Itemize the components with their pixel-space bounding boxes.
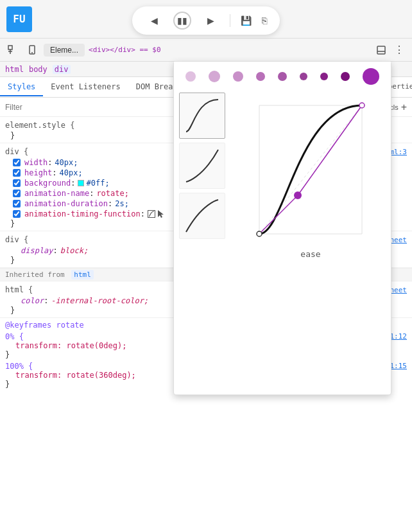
animation-name-checkbox[interactable] <box>13 190 21 197</box>
keyframe-0-source[interactable]: 1:12 <box>390 332 408 341</box>
keyframe-100pct: 100% { <box>5 362 33 371</box>
media-copy-button[interactable]: ⎘ <box>262 15 267 26</box>
main-curve-svg <box>246 93 375 247</box>
media-controls: ◀ ▮▮ ▶ 💾 ⎘ <box>132 6 280 35</box>
timing-main: ease <box>236 93 386 389</box>
svg-rect-12 <box>183 146 221 185</box>
animation-timing-colon: : <box>141 209 145 218</box>
cursor-icon <box>157 209 166 218</box>
animation-duration-prop: animation-duration <box>24 199 108 208</box>
height-checkbox[interactable] <box>13 169 21 177</box>
devtools-bar: Eleme... <div></div> == $0 ⋮ <box>0 39 412 62</box>
animation-name-colon: : <box>89 189 94 198</box>
preset-ease-out[interactable] <box>179 193 225 239</box>
inspect-button[interactable] <box>5 42 21 58</box>
keyframe-0pct: 0% { <box>5 332 24 341</box>
display-val: block; <box>60 246 88 255</box>
device-button[interactable] <box>24 42 40 58</box>
timing-ball-2 <box>209 71 220 82</box>
device-icon <box>27 45 37 55</box>
preset-ease-out-curve <box>183 197 221 235</box>
background-colon: : <box>71 179 75 188</box>
html-selector: html { <box>5 284 33 296</box>
tab-event-listeners[interactable]: Event Listeners <box>43 78 128 96</box>
tab-styles[interactable]: Styles <box>0 78 43 96</box>
timing-function-swatch[interactable] <box>148 210 155 218</box>
background-checkbox[interactable] <box>13 179 21 187</box>
keyframe-100-transform: transform: rotate(360deg); <box>15 371 136 380</box>
timing-ball-1 <box>185 71 196 82</box>
timing-balls-row <box>174 62 391 87</box>
width-checkbox[interactable] <box>13 159 21 166</box>
selected-code: <div></div> == $0 <box>89 46 370 54</box>
breadcrumb-body[interactable]: body <box>29 65 47 74</box>
svg-line-19 <box>259 195 298 234</box>
media-forward-button[interactable]: ▶ <box>202 12 219 30</box>
color-prop: color <box>21 296 44 305</box>
timing-ball-6 <box>300 73 307 80</box>
preset-ease-in-curve <box>183 146 221 185</box>
timing-ball-7 <box>320 73 328 80</box>
media-pause-button[interactable]: ▮▮ <box>173 12 191 30</box>
breadcrumb-div[interactable]: div <box>53 65 71 74</box>
more-button[interactable]: ⋮ <box>391 42 407 58</box>
inherited-tag[interactable]: html <box>71 270 94 279</box>
media-divider <box>230 14 230 27</box>
background-val: #0ff; <box>86 179 109 188</box>
svg-marker-10 <box>158 210 164 218</box>
background-prop: background <box>24 179 71 188</box>
keyframe-100-source[interactable]: 1:15 <box>390 362 408 370</box>
svg-point-4 <box>31 52 33 53</box>
animation-name-val: rotate; <box>96 189 129 198</box>
preset-ease-curve <box>183 96 221 135</box>
svg-rect-13 <box>183 197 221 235</box>
width-colon: : <box>47 158 52 167</box>
timing-function-popup: ease <box>173 61 391 395</box>
width-val: 40px; <box>55 158 78 167</box>
background-color-swatch[interactable] <box>78 180 84 186</box>
preset-ease-in[interactable] <box>179 143 225 189</box>
keyframe-0-transform: transform: rotate(0deg); <box>15 341 126 350</box>
dock-icon <box>376 45 386 55</box>
animation-duration-checkbox[interactable] <box>13 200 21 208</box>
timing-ball-3 <box>233 71 243 82</box>
animation-timing-prop: animation-timing-function <box>24 209 141 218</box>
inspect-icon <box>8 45 18 55</box>
svg-rect-0 <box>8 46 12 49</box>
timing-label: ease <box>300 249 320 259</box>
breadcrumb-html[interactable]: html <box>5 65 24 74</box>
media-save-button[interactable]: 💾 <box>241 15 252 26</box>
browser-top-bar: FU ◀ ▮▮ ▶ 💾 ⎘ <box>0 0 412 39</box>
preset-ease[interactable] <box>179 93 225 139</box>
display-prop: display <box>21 246 53 255</box>
height-val: 40px; <box>60 168 83 177</box>
svg-rect-5 <box>377 46 385 54</box>
logo-text: FU <box>13 13 25 25</box>
width-prop: width <box>24 158 47 167</box>
timing-content: ease <box>174 87 391 395</box>
inherited-text: Inherited from <box>5 270 65 279</box>
timing-ball-active <box>363 68 379 85</box>
animation-timing-checkbox[interactable] <box>13 210 21 218</box>
curve-start-anchor <box>257 231 262 236</box>
height-colon: : <box>52 168 56 177</box>
curve-canvas <box>246 93 375 247</box>
color-colon: : <box>44 296 48 305</box>
animation-duration-colon: : <box>108 199 112 208</box>
timing-presets <box>179 93 230 389</box>
div-selector: div { <box>5 146 28 157</box>
svg-line-18 <box>259 105 362 234</box>
div2-selector: div { <box>5 234 28 245</box>
animation-duration-val: 2s; <box>115 199 129 208</box>
display-colon: : <box>53 246 58 255</box>
curve-end-anchor <box>359 103 365 108</box>
dock-button[interactable] <box>373 42 389 58</box>
elements-tab-button[interactable]: Eleme... <box>44 44 85 57</box>
color-val: -internal-root-color; <box>51 296 148 305</box>
height-prop: height <box>24 168 52 177</box>
add-style-button[interactable]: + <box>401 102 407 113</box>
logo: FU <box>6 6 32 32</box>
timing-ball-5 <box>278 72 287 81</box>
animation-name-prop: animation-name <box>24 189 89 198</box>
media-back-button[interactable]: ◀ <box>145 12 163 30</box>
